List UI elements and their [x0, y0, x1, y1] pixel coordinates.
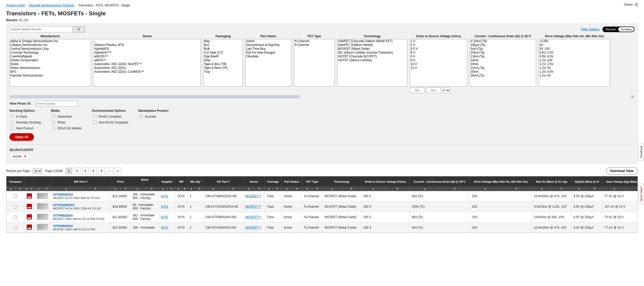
chip-remove-icon[interactable]: ✕	[24, 155, 27, 158]
sort-asc-16[interactable]: ▲	[410, 187, 439, 191]
sort-asc-17[interactable]: ▲	[470, 187, 501, 191]
part-thumbnail[interactable]	[37, 203, 48, 209]
sort-desc-9[interactable]: ▼	[223, 187, 243, 191]
breadcrumb-item-0[interactable]: Product Index	[6, 4, 25, 7]
facet-max-vdss[interactable]	[426, 88, 441, 93]
search-within-input[interactable]	[9, 26, 73, 32]
sort-asc-15[interactable]: ▲	[361, 187, 385, 191]
facet-select-part_status[interactable]: ActiveDiscontinued at Digi-KeyLast Time …	[245, 39, 291, 86]
facet-select-fet_type[interactable]: N-ChannelP-Channel	[294, 39, 335, 86]
need-help-tab[interactable]: Need Help?	[638, 184, 644, 204]
sort-desc-8[interactable]: ▼	[195, 187, 203, 191]
supplier-link[interactable]: IXYS	[161, 205, 168, 208]
sort-desc-7[interactable]: ▼	[181, 187, 187, 191]
facet-select-series[interactable]: -Alliance Plastics, BTSAlphaMOSAlphaSGT™…	[94, 39, 201, 86]
sort-desc-15[interactable]: ▼	[385, 187, 409, 191]
part-thumbnail[interactable]	[37, 214, 48, 220]
sort-desc-17[interactable]: ▼	[501, 187, 532, 191]
series-link[interactable]: MOSFET™	[245, 194, 261, 198]
sort-desc-18[interactable]: ▼	[551, 187, 571, 191]
chk-media-2[interactable]: EDA/CAD Models	[51, 126, 82, 131]
sort-asc-9[interactable]: ▲	[203, 187, 223, 191]
apply-all-button[interactable]: Apply All	[9, 133, 34, 141]
sort-desc-11[interactable]: ▼	[273, 187, 281, 191]
sort-desc-2[interactable]: ▼	[42, 187, 51, 191]
sort-desc-19[interactable]: ▼	[587, 187, 602, 191]
sort-asc-2[interactable]: ▲	[34, 187, 43, 191]
sort-desc-14[interactable]: ▼	[342, 187, 361, 191]
share-link[interactable]: Share	[624, 3, 638, 6]
page-button-2[interactable]: 2	[74, 168, 80, 174]
page-next-button[interactable]: ›	[106, 168, 113, 174]
part-number-link[interactable]: IXTP86N20X4	[53, 214, 73, 217]
part-thumbnail[interactable]	[37, 224, 48, 230]
facet-horizontal-scrollbar[interactable]: ◂ ▸	[9, 95, 635, 98]
sort-desc-3[interactable]: ▼	[81, 187, 110, 191]
sort-desc-1[interactable]: ▼	[29, 187, 34, 191]
compare-checkbox[interactable]	[14, 226, 17, 229]
download-table-button[interactable]: Download Table	[606, 167, 638, 175]
results-per-page-select[interactable]: 25	[33, 168, 42, 174]
sort-desc-10[interactable]: ▼	[254, 187, 264, 191]
scroll-thumb[interactable]	[14, 95, 300, 98]
supplier-link[interactable]: IXYS	[161, 226, 168, 229]
page-button-3[interactable]: 3	[82, 168, 89, 174]
page-last-button[interactable]: »	[115, 168, 121, 174]
sort-desc-16[interactable]: ▼	[439, 187, 470, 191]
scroll-left-arrow[interactable]: ◂	[9, 95, 14, 98]
sort-desc-0[interactable]: ▼	[15, 187, 24, 191]
datasheet-link[interactable]	[27, 217, 32, 220]
stock-help-icon[interactable]: ⓘ	[143, 181, 146, 184]
page-button-5[interactable]: 5	[98, 168, 105, 174]
series-link[interactable]: MOSFET™	[245, 215, 261, 219]
chk-media-0[interactable]: Datasheet	[51, 114, 82, 119]
sort-asc-6[interactable]: ▲	[159, 187, 167, 191]
sort-desc-13[interactable]: ▼	[312, 187, 322, 191]
datasheet-link[interactable]	[27, 227, 32, 230]
sort-asc-14[interactable]: ▲	[322, 187, 342, 191]
part-number-link[interactable]: IXTH220N20X4	[53, 203, 74, 207]
filter-options-link[interactable]: Filter Options	[581, 28, 599, 31]
facet-min-vdss[interactable]	[410, 88, 425, 93]
compare-checkbox[interactable]	[14, 216, 17, 219]
datasheet-link[interactable]	[27, 206, 32, 210]
supplier-link[interactable]: IXYS	[161, 215, 168, 219]
page-button-1[interactable]: 1	[66, 168, 72, 174]
sort-asc-7[interactable]: ▲	[175, 187, 181, 191]
chk-env-0[interactable]: RoHS Compliant	[92, 114, 128, 119]
compare-checkbox[interactable]	[14, 205, 17, 208]
facet-select-packaging[interactable]: BagBoxBulkCut Tape (CT)Digi-Reel®StripTa…	[203, 39, 243, 86]
chk-market-0[interactable]: Exclude	[138, 114, 168, 119]
compare-checkbox[interactable]	[14, 195, 17, 198]
chk-media-1[interactable]: Photo	[51, 120, 82, 125]
sort-asc-3[interactable]: ▲	[51, 187, 81, 191]
series-link[interactable]: MOSFET™	[245, 205, 261, 208]
supplier-link[interactable]: IXYS	[161, 194, 168, 198]
toggle-scrolling[interactable]: Scrolling	[618, 27, 634, 32]
search-within-button[interactable]	[73, 26, 85, 32]
facet-select-technology[interactable]: GaNFET (Cascode Gallium Nitride FET)GaNF…	[337, 39, 407, 86]
facet-select-drive_v[interactable]: -0.35V0V0V, 10V0.9V, 2.5V0.9V, 4.5V1.2V,…	[539, 39, 610, 86]
chk-env-1[interactable]: Non-RoHS Compliant	[92, 120, 128, 125]
sort-asc-1[interactable]: ▲	[24, 187, 29, 191]
sort-asc-4[interactable]: ▲	[110, 187, 120, 191]
facet-unit-vdss[interactable]: V	[443, 88, 450, 93]
sort-asc-12[interactable]: ▲	[282, 187, 292, 191]
sort-asc-11[interactable]: ▲	[265, 187, 273, 191]
part-thumbnail[interactable]	[37, 193, 48, 199]
part-number-link[interactable]: IXTA94N20X4	[53, 224, 72, 228]
breadcrumb-item-1[interactable]: Discrete Semiconductor Products	[29, 4, 74, 7]
sort-desc-12[interactable]: ▼	[292, 187, 302, 191]
datasheet-link[interactable]	[27, 196, 32, 199]
sort-desc-5[interactable]: ▼	[145, 187, 159, 191]
feedback-tab[interactable]: Feedback	[638, 143, 644, 161]
part-number-link[interactable]: IXTH94N20X4	[53, 193, 73, 196]
scroll-right-arrow[interactable]: ▸	[630, 95, 635, 98]
sort-asc-13[interactable]: ▲	[302, 187, 312, 191]
quantity-input[interactable]	[35, 101, 78, 106]
search-chip[interactable]: mosfet ✕	[9, 153, 29, 159]
facet-select-id[interactable]: 0.15mA (Ta)150µA (Ta)5mA (Ta)10mA (Ta)13…	[470, 39, 536, 86]
sort-asc-8[interactable]: ▲	[188, 187, 195, 191]
facet-select-manufacturer[interactable]: Alpha & Omega Semiconductor Inc.Catalyst…	[9, 39, 91, 86]
sort-desc-4[interactable]: ▼	[120, 187, 130, 191]
